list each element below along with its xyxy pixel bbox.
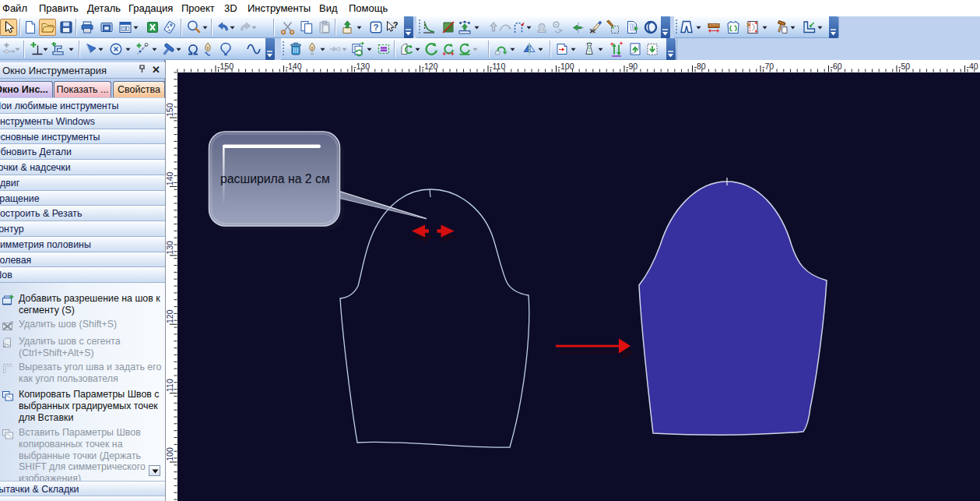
svg-text:-90: -90	[626, 62, 638, 71]
svg-text:130: 130	[166, 241, 174, 255]
svg-text:-60: -60	[831, 62, 842, 71]
svg-text:-50: -50	[898, 62, 910, 71]
svg-text:110: 110	[166, 379, 174, 392]
svg-text:120: 120	[166, 309, 174, 323]
svg-text:-100: -100	[558, 62, 574, 71]
svg-text:-110: -110	[490, 62, 505, 71]
svg-text:расширила на 2 см: расширила на 2 см	[220, 172, 330, 185]
svg-text:100: 100	[166, 447, 174, 461]
svg-text:140: 140	[166, 171, 174, 185]
svg-text:-70: -70	[762, 62, 774, 71]
svg-text:-120: -120	[422, 62, 438, 71]
svg-text:150: 150	[166, 103, 174, 117]
svg-text:-130: -130	[353, 62, 370, 71]
svg-text:-40: -40	[967, 62, 978, 71]
svg-text:?: ?	[373, 23, 378, 32]
svg-text:?: ?	[393, 20, 399, 30]
svg-text:-80: -80	[694, 62, 706, 71]
svg-text:-150: -150	[217, 62, 234, 71]
svg-text:-140: -140	[286, 62, 302, 71]
